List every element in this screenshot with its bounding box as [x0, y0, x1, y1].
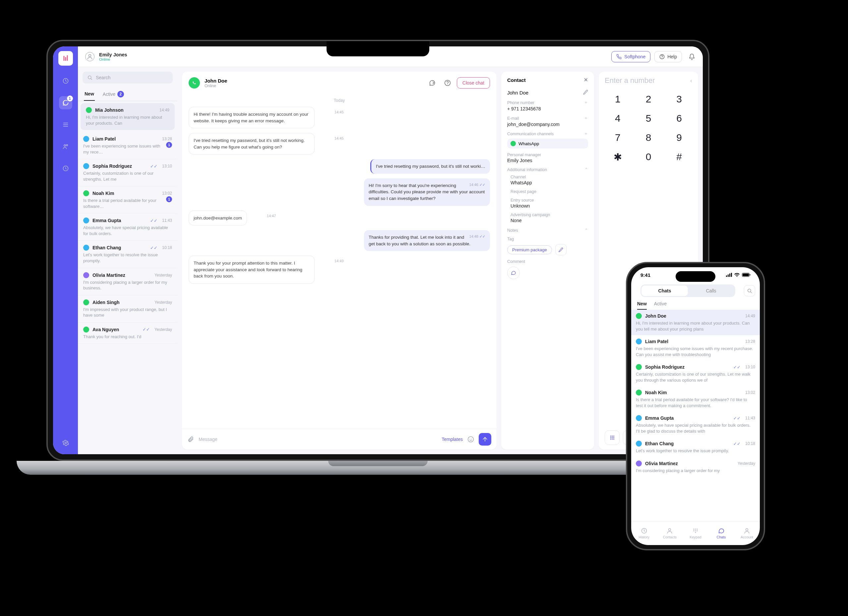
nav-history-icon[interactable]	[59, 74, 72, 88]
message-in: john.doe@example.com	[188, 211, 247, 226]
svg-point-32	[748, 289, 751, 292]
search-input[interactable]: Search	[83, 71, 173, 83]
nav-chats[interactable]: Chats	[709, 521, 734, 545]
add-channel-icon[interactable]: ＋	[584, 131, 588, 137]
add-comment-button[interactable]	[507, 267, 520, 279]
phone-tab-active[interactable]: Active	[654, 301, 667, 310]
svg-point-40	[697, 530, 697, 531]
contact-phone: + 971 12345678	[507, 106, 588, 111]
dialer-key[interactable]: 4	[615, 113, 621, 124]
svg-point-14	[612, 436, 612, 436]
tag-premium[interactable]: Premium package	[507, 245, 552, 254]
chat-help-icon[interactable]	[442, 77, 454, 89]
dialer-key[interactable]: 8	[646, 132, 651, 143]
dialer-input[interactable]: Enter a number	[605, 76, 655, 85]
phone-chat-item[interactable]: John Doe 14:49 Hi, I'm interested in lea…	[631, 310, 760, 335]
templates-button[interactable]: Templates	[442, 436, 463, 442]
message-in: Hi there! I'm having trouble accessing m…	[188, 107, 314, 128]
nav-chats-icon[interactable]: 1	[59, 96, 72, 110]
user-status: Online	[99, 57, 127, 61]
close-icon[interactable]: ✕	[584, 77, 588, 83]
phone-search-icon[interactable]	[744, 285, 755, 296]
seg-chats[interactable]: Chats	[642, 285, 688, 296]
bell-icon[interactable]	[686, 51, 698, 63]
dialer-key[interactable]: 1	[615, 94, 621, 105]
phone-tab-new[interactable]: New	[637, 301, 647, 310]
contact-email: john_doe@company.com	[507, 122, 588, 127]
dialer-key[interactable]: #	[676, 151, 682, 163]
day-separator: Today	[188, 98, 490, 103]
svg-rect-28	[731, 273, 732, 277]
dialer-key[interactable]: 3	[676, 94, 682, 105]
emoji-icon[interactable]	[467, 436, 474, 442]
help-button[interactable]: Help	[654, 51, 682, 62]
contact-panel: Contact✕ John Doe Phone number＋ + 971 12…	[501, 71, 594, 450]
phone-chat-item[interactable]: Liam Patel 13:28 I've been experiencing …	[631, 335, 760, 361]
chat-list-item[interactable]: Mia Johnson 14:49 Hi, I'm interested in …	[80, 103, 175, 130]
svg-point-19	[610, 439, 611, 439]
user-avatar-icon[interactable]	[85, 52, 95, 61]
dialpad-icon[interactable]	[605, 430, 620, 445]
close-chat-button[interactable]: Close chat	[457, 77, 490, 89]
svg-rect-2	[67, 55, 68, 61]
phone-chat-item[interactable]: Emma Gupta ✓✓ 11:43 Absolutely, we have …	[631, 412, 760, 437]
add-email-icon[interactable]: ＋	[584, 115, 588, 121]
phone-chat-item[interactable]: Ethan Chang ✓✓ 10:18 Let's work together…	[631, 437, 760, 457]
chat-list-item[interactable]: Emma Gupta ✓✓ 11:43 Absolutely, we have …	[78, 214, 177, 241]
chat-contact-name: John Doe	[205, 78, 227, 83]
phone-device: 9:41 Chats Calls New Active John Doe 14:…	[626, 262, 765, 550]
nav-tasks-icon[interactable]	[59, 118, 72, 131]
collapse-notes-icon[interactable]: ⌃	[584, 228, 588, 233]
chat-list-item[interactable]: Liam Patel 13:28 I've been experiencing …	[78, 132, 177, 159]
chat-transfer-icon[interactable]	[426, 77, 438, 89]
svg-point-12	[468, 436, 474, 442]
edit-icon[interactable]	[583, 89, 588, 96]
send-button[interactable]	[479, 433, 491, 445]
svg-point-10	[88, 76, 91, 79]
phone-chat-item[interactable]: Sophia Rodriguez ✓✓ 13:10 Certainly, cus…	[631, 361, 760, 386]
chat-list-item[interactable]: Ethan Chang ✓✓ 10:18 Let's work together…	[78, 241, 177, 268]
dialer-key[interactable]: 5	[646, 113, 651, 124]
svg-rect-26	[728, 275, 729, 277]
dialer-key[interactable]: 7	[615, 132, 621, 143]
svg-point-38	[694, 530, 694, 531]
nav-contacts-icon[interactable]	[59, 140, 72, 153]
svg-rect-27	[729, 273, 730, 277]
chat-panel: John Doe Online Close chat TodayHi there…	[182, 71, 497, 450]
tag-edit-icon[interactable]	[555, 244, 566, 255]
chat-list-item[interactable]: Sophia Rodriguez ✓✓ 13:10 Certainly, cus…	[78, 159, 177, 186]
chat-list-item[interactable]: Noah Kim 13:02 Is there a trial period a…	[78, 186, 177, 214]
tab-new[interactable]: New	[84, 88, 95, 101]
nav-contacts[interactable]: Contacts	[657, 521, 683, 545]
collapse-icon[interactable]: ⌃	[584, 167, 588, 172]
svg-point-39	[695, 530, 696, 531]
dialer-key[interactable]: 2	[646, 94, 651, 105]
phone-chat-item[interactable]: Noah Kim 13:02 Is there a trial period a…	[631, 386, 760, 412]
add-phone-icon[interactable]: ＋	[584, 100, 588, 105]
message-in: I've tried resetting my password, but it…	[188, 133, 314, 154]
tab-active[interactable]: Active2	[102, 88, 125, 101]
nav-settings-icon[interactable]	[59, 436, 72, 450]
seg-calls[interactable]: Calls	[688, 285, 734, 296]
nav-recent-icon[interactable]	[59, 162, 72, 175]
dialer-key[interactable]: ✱	[614, 151, 622, 163]
message-input[interactable]: Message	[199, 436, 437, 442]
attach-icon[interactable]	[187, 436, 194, 442]
chat-list-item[interactable]: Ava Nguyen ✓✓ Yesterday Thank you for re…	[78, 323, 177, 344]
chat-list-item[interactable]: Olivia Martinez Yesterday I'm considerin…	[78, 268, 177, 295]
channel-chip-whatsapp[interactable]: WhatsApp	[507, 139, 588, 148]
softphone-button[interactable]: Softphone	[611, 51, 651, 62]
chevron-left-icon[interactable]: ‹	[690, 77, 692, 84]
svg-point-41	[695, 532, 696, 533]
dialer-key[interactable]: 0	[646, 151, 651, 163]
phone-chat-item[interactable]: Olivia Martinez Yesterday I'm considerin…	[631, 457, 760, 477]
nav-keypad[interactable]: Keypad	[683, 521, 709, 545]
dialer-key[interactable]: 6	[676, 113, 682, 124]
app-logo[interactable]	[58, 51, 73, 66]
dialer-key[interactable]: 9	[676, 132, 682, 143]
chat-list-item[interactable]: Aiden Singh Yesterday I'm impressed with…	[78, 295, 177, 323]
nav-account[interactable]: Account	[734, 521, 760, 545]
whatsapp-icon	[188, 77, 200, 89]
nav-history[interactable]: History	[631, 521, 657, 545]
phone-time: 9:41	[640, 272, 651, 278]
